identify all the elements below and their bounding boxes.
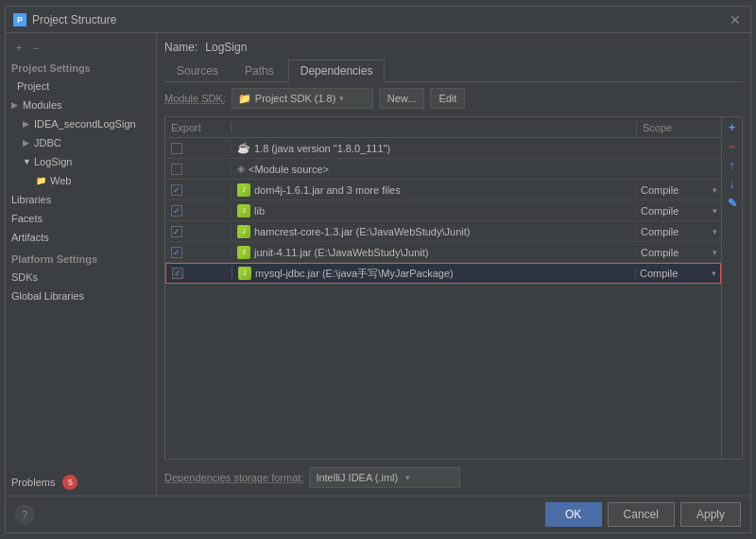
dep-export-mysql bbox=[166, 268, 232, 279]
dep-name-mysql: J mysql-jdbc.jar (E:\java手写\MyJarPackage… bbox=[232, 267, 635, 281]
dep-checkbox-hamcrest[interactable] bbox=[171, 226, 182, 237]
dependencies-table: Export Scope ☕ 1.8 (java version "1.8.0_… bbox=[165, 117, 721, 459]
dep-row-hamcrest[interactable]: J hamcrest-core-1.3.jar (E:\JavaWebStudy… bbox=[165, 221, 721, 242]
dom4j-scope-arrow: ▾ bbox=[713, 185, 717, 195]
sdks-label: SDKs bbox=[11, 271, 38, 283]
deps-table-header: Export Scope bbox=[165, 117, 721, 138]
sdk-folder-icon: 📁 bbox=[238, 93, 251, 105]
dep-export-dom4j bbox=[165, 184, 232, 196]
sidebar-item-libraries[interactable]: Libraries bbox=[6, 190, 156, 209]
ok-button[interactable]: OK bbox=[545, 502, 602, 527]
dep-scope-junit[interactable]: Compile ▾ bbox=[636, 247, 721, 258]
dep-scope-mysql[interactable]: Compile ▾ bbox=[635, 268, 720, 279]
junit-scope-arrow: ▾ bbox=[713, 248, 717, 257]
dep-export-module-source bbox=[165, 164, 232, 175]
tab-dependencies[interactable]: Dependencies bbox=[288, 60, 386, 82]
close-button[interactable]: ✕ bbox=[728, 12, 743, 27]
dep-checkbox-junit[interactable] bbox=[171, 247, 182, 258]
logsign-tree-label: LogSign bbox=[34, 156, 72, 167]
tab-sources[interactable]: Sources bbox=[164, 60, 231, 81]
sidebar-tree-logsign[interactable]: ▼ LogSign bbox=[6, 152, 156, 171]
dep-scope-lib[interactable]: Compile ▾ bbox=[636, 205, 721, 217]
dep-row-module-source[interactable]: ◈ <Module source> bbox=[165, 159, 721, 180]
project-structure-dialog: P Project Structure ✕ + − Project Settin… bbox=[5, 6, 751, 533]
dep-row-junit[interactable]: J junit-4.11.jar (E:\JavaWebStudy\Junit)… bbox=[165, 242, 721, 263]
dep-export-hamcrest bbox=[165, 226, 232, 237]
dep-checkbox-module-source[interactable] bbox=[171, 164, 182, 175]
sdk-dropdown[interactable]: 📁 Project SDK (1.8) ▾ bbox=[232, 88, 373, 109]
sidebar-item-problems[interactable]: Problems 5 bbox=[6, 473, 156, 492]
tab-paths[interactable]: Paths bbox=[232, 60, 286, 81]
deps-side-buttons: + − ↑ ↓ ✎ bbox=[721, 117, 742, 459]
mysql-scope-arrow: ▾ bbox=[712, 269, 716, 278]
sidebar-item-global-libraries[interactable]: Global Libraries bbox=[6, 287, 156, 305]
dep-checkbox-jdk[interactable] bbox=[171, 143, 182, 154]
deps-up-button[interactable]: ↑ bbox=[724, 157, 741, 174]
storage-value: IntelliJ IDEA (.iml) bbox=[316, 472, 398, 483]
storage-dropdown-arrow: ▾ bbox=[405, 473, 410, 482]
dep-export-jdk bbox=[165, 143, 232, 154]
modules-label: Modules bbox=[23, 99, 62, 111]
apply-button[interactable]: Apply bbox=[680, 502, 741, 527]
bottom-area: Dependencies storage format: IntelliJ ID… bbox=[164, 467, 743, 488]
sidebar-item-sdks[interactable]: SDKs bbox=[6, 268, 156, 287]
sidebar: + − Project Settings Project ▶ Modules ▶… bbox=[6, 33, 157, 496]
dep-row-dom4j[interactable]: J dom4j-1.6.1.jar and 3 more files Compi… bbox=[165, 180, 721, 200]
hamcrest-jar-icon: J bbox=[237, 225, 250, 238]
jdbc-tree-label: JDBC bbox=[34, 137, 61, 148]
dep-name-dom4j: J dom4j-1.6.1.jar and 3 more files bbox=[232, 183, 636, 197]
storage-dropdown[interactable]: IntelliJ IDEA (.iml) ▾ bbox=[309, 467, 460, 488]
hamcrest-scope-arrow: ▾ bbox=[713, 227, 717, 236]
sidebar-item-artifacts[interactable]: Artifacts bbox=[6, 228, 156, 247]
dep-name-junit: J junit-4.11.jar (E:\JavaWebStudy\Junit) bbox=[232, 246, 636, 259]
dep-checkbox-mysql[interactable] bbox=[172, 268, 183, 279]
sidebar-tree-idea[interactable]: ▶ IDEA_secondLogSign bbox=[6, 114, 156, 133]
sidebar-item-project[interactable]: Project bbox=[6, 77, 156, 96]
footer-left: ? bbox=[15, 505, 540, 524]
project-settings-label: Project Settings bbox=[6, 60, 156, 77]
deps-remove-button[interactable]: − bbox=[724, 138, 741, 155]
sdk-new-button[interactable]: New... bbox=[379, 88, 425, 109]
sidebar-tree-jdbc[interactable]: ▶ JDBC bbox=[6, 133, 156, 152]
sidebar-tree-web[interactable]: 📁 Web bbox=[6, 171, 156, 190]
dep-row-mysql[interactable]: J mysql-jdbc.jar (E:\java手写\MyJarPackage… bbox=[165, 263, 721, 284]
dep-scope-hamcrest[interactable]: Compile ▾ bbox=[636, 226, 721, 237]
lib-jar-icon: J bbox=[237, 204, 250, 217]
title-bar-left: P Project Structure bbox=[13, 13, 116, 26]
sdk-value: Project SDK (1.8) bbox=[255, 93, 336, 104]
deps-add-button[interactable]: + bbox=[724, 119, 741, 136]
module-source-icon: ◈ bbox=[237, 163, 245, 175]
dep-checkbox-lib[interactable] bbox=[171, 205, 182, 217]
problems-badge: 5 bbox=[62, 475, 77, 490]
name-label: Name: bbox=[164, 41, 198, 54]
dep-scope-dom4j[interactable]: Compile ▾ bbox=[636, 184, 721, 196]
export-header: Export bbox=[165, 122, 232, 133]
dep-name-lib: J lib bbox=[232, 204, 636, 217]
dep-row-jdk[interactable]: ☕ 1.8 (java version "1.8.0_111") bbox=[165, 138, 721, 159]
help-button[interactable]: ? bbox=[15, 505, 34, 524]
artifacts-label: Artifacts bbox=[11, 232, 49, 243]
web-tree-label: Web bbox=[50, 175, 71, 186]
dep-name-hamcrest: J hamcrest-core-1.3.jar (E:\JavaWebStudy… bbox=[232, 225, 636, 238]
scope-header: Scope bbox=[636, 122, 721, 133]
sdk-edit-button[interactable]: Edit bbox=[430, 88, 465, 109]
dep-row-lib[interactable]: J lib Compile ▾ bbox=[165, 200, 721, 221]
dialog-icon: P bbox=[13, 13, 26, 26]
dep-export-junit bbox=[165, 247, 232, 258]
sidebar-item-facets[interactable]: Facets bbox=[6, 209, 156, 228]
facets-label: Facets bbox=[11, 213, 43, 224]
dep-export-lib bbox=[165, 205, 232, 217]
sidebar-item-modules[interactable]: ▶ Modules bbox=[6, 96, 156, 114]
sidebar-add-button[interactable]: + bbox=[11, 41, 26, 56]
footer: ? OK Cancel Apply bbox=[6, 496, 750, 532]
sidebar-remove-button[interactable]: − bbox=[28, 41, 43, 56]
sdk-row: Module SDK: 📁 Project SDK (1.8) ▾ New...… bbox=[164, 88, 743, 109]
problems-label: Problems bbox=[11, 477, 55, 488]
cancel-button[interactable]: Cancel bbox=[608, 502, 675, 527]
dep-name-jdk: ☕ 1.8 (java version "1.8.0_111") bbox=[232, 142, 636, 154]
deps-down-button[interactable]: ↓ bbox=[724, 176, 741, 193]
right-panel: Name: LogSign Sources Paths Dependencies… bbox=[157, 33, 750, 496]
deps-edit-button[interactable]: ✎ bbox=[724, 195, 741, 212]
name-value: LogSign bbox=[205, 41, 247, 54]
dep-checkbox-dom4j[interactable] bbox=[171, 184, 182, 196]
